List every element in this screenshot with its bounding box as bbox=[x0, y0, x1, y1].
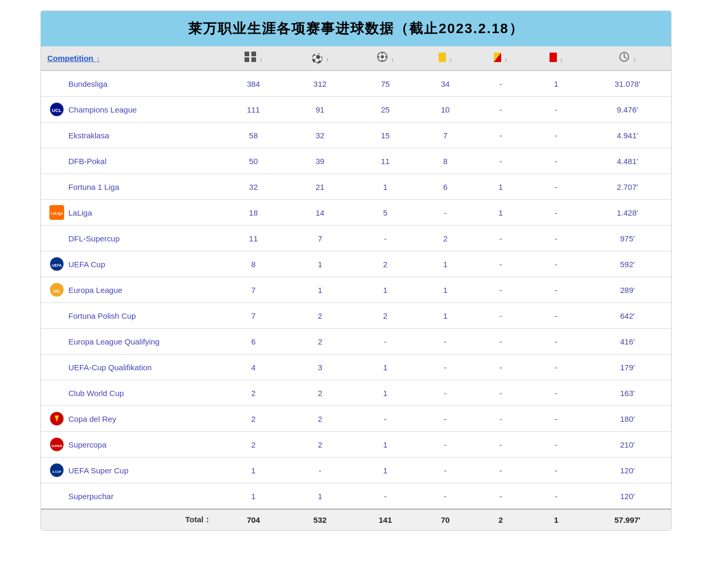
time-sort-icon: ↑ bbox=[633, 57, 636, 63]
apps-icon bbox=[245, 54, 259, 64]
red-cell: - bbox=[528, 380, 584, 406]
competition-label[interactable]: Copa del Rey bbox=[68, 414, 116, 423]
apps-cell: 58 bbox=[220, 123, 287, 148]
competition-label[interactable]: UEFA Cup bbox=[68, 260, 105, 269]
red_yellow-cell: - bbox=[473, 277, 528, 303]
competition-name-cell: UCLChampions League bbox=[41, 97, 220, 123]
competition-label[interactable]: Ekstraklasa bbox=[68, 131, 109, 140]
yellow-cell: - bbox=[418, 458, 473, 483]
competition-icon bbox=[49, 231, 64, 246]
red_yellow-cell: - bbox=[473, 70, 528, 97]
red-cell: - bbox=[528, 406, 584, 432]
assists-header[interactable]: ↑ bbox=[353, 46, 418, 70]
yellow-cell: - bbox=[418, 200, 473, 226]
competition-label[interactable]: UEFA-Cup Qualifikation bbox=[68, 363, 151, 372]
yellow-cell: - bbox=[418, 406, 473, 432]
red-cell: - bbox=[528, 483, 584, 510]
time-cell: 9.476' bbox=[584, 97, 671, 123]
goals-cell: 2 bbox=[287, 406, 353, 432]
svg-rect-2 bbox=[245, 57, 249, 62]
main-container: 莱万职业生涯各项赛事进球数据（截止2023.2.18） Competition … bbox=[40, 11, 672, 531]
competition-icon: UEL bbox=[49, 282, 64, 297]
goals-header[interactable]: ⚽ ↑ bbox=[287, 46, 353, 70]
goals-cell: 2 bbox=[287, 380, 353, 406]
competition-icon bbox=[49, 360, 64, 374]
yellow-header[interactable]: ↑ bbox=[418, 46, 473, 70]
goals-cell: 14 bbox=[287, 200, 353, 226]
competition-label[interactable]: LaLiga bbox=[68, 208, 92, 217]
yellow-cell: - bbox=[418, 354, 473, 380]
competition-label[interactable]: Europa League bbox=[68, 286, 123, 295]
assists-cell: 11 bbox=[353, 148, 418, 174]
assists-cell: 1 bbox=[353, 458, 418, 483]
time-cell: 289' bbox=[584, 277, 671, 303]
svg-text:LaLiga: LaLiga bbox=[51, 211, 63, 216]
table-body: Bundesliga3843127534-131.078'UCLChampion… bbox=[41, 70, 671, 509]
red-yellow-header[interactable]: ↑ bbox=[473, 46, 528, 70]
red-yellow-sort-icon: ↑ bbox=[505, 57, 508, 63]
assists-cell: - bbox=[353, 329, 418, 354]
total-apps: 704 bbox=[220, 509, 287, 530]
competition-icon bbox=[49, 308, 64, 323]
table-row: DFL-Supercup117-2--975' bbox=[41, 226, 671, 251]
competition-label[interactable]: DFB-Pokal bbox=[68, 157, 107, 166]
svg-point-6 bbox=[381, 53, 383, 54]
apps-header[interactable]: ↑ bbox=[220, 46, 287, 70]
svg-rect-1 bbox=[251, 52, 256, 56]
table-header-row: Competition ↑ ↑ ⚽ ↑ bbox=[41, 46, 671, 70]
apps-cell: 111 bbox=[220, 97, 287, 123]
competition-label[interactable]: Europa League Qualifying bbox=[68, 337, 159, 346]
competition-label[interactable]: UEFA Super Cup bbox=[68, 466, 128, 475]
red-cell: - bbox=[528, 329, 584, 354]
competition-label[interactable]: Supercopa bbox=[68, 440, 107, 449]
apps-cell: 8 bbox=[220, 251, 287, 277]
apps-sort-icon: ↑ bbox=[260, 57, 263, 63]
competition-icon bbox=[49, 489, 64, 503]
table-row: UCLChampions League111912510--9.476' bbox=[41, 97, 671, 123]
time-cell: 210' bbox=[584, 432, 671, 458]
assists-cell: - bbox=[353, 226, 418, 251]
competition-label[interactable]: Fortuna Polish Cup bbox=[68, 311, 136, 320]
competition-sort-link[interactable]: Competition ↑ bbox=[47, 54, 99, 63]
table-row: UEFAUEFA Cup8121--592' bbox=[41, 251, 671, 277]
competition-label[interactable]: Superpuchar bbox=[68, 492, 114, 501]
time-cell: 31.078' bbox=[584, 70, 671, 97]
svg-rect-0 bbox=[245, 52, 249, 56]
time-cell: 4.941' bbox=[584, 123, 671, 148]
red_yellow-cell: - bbox=[473, 329, 528, 354]
competition-header[interactable]: Competition ↑ bbox=[41, 46, 220, 70]
competition-label[interactable]: Club World Cup bbox=[68, 389, 124, 398]
goals-cell: 2 bbox=[287, 329, 353, 354]
competition-name-cell: UEFAUEFA Cup bbox=[41, 251, 220, 277]
table-row: Fortuna Polish Cup7221--642' bbox=[41, 303, 671, 329]
red_yellow-cell: - bbox=[473, 354, 528, 380]
yellow-cell: 34 bbox=[418, 70, 473, 97]
competition-label[interactable]: Champions League bbox=[68, 105, 137, 114]
svg-point-5 bbox=[381, 55, 384, 58]
sort-icon: ↑ bbox=[97, 56, 100, 62]
time-cell: 2.707' bbox=[584, 174, 671, 200]
apps-cell: 1 bbox=[220, 483, 287, 510]
time-cell: 416' bbox=[584, 329, 671, 354]
red-cell: - bbox=[528, 97, 584, 123]
competition-label[interactable]: Bundesliga bbox=[68, 79, 107, 88]
apps-cell: 2 bbox=[220, 432, 287, 458]
table-row: Ekstraklasa5832157--4.941' bbox=[41, 123, 671, 148]
assists-cell: 1 bbox=[353, 380, 418, 406]
red-cell: - bbox=[528, 458, 584, 483]
goals-cell: 3 bbox=[287, 354, 353, 380]
competition-label[interactable]: DFL-Supercup bbox=[68, 234, 120, 243]
red-header[interactable]: ↑ bbox=[528, 46, 584, 70]
apps-cell: 1 bbox=[220, 458, 287, 483]
red-cell: - bbox=[528, 432, 584, 458]
apps-cell: 7 bbox=[220, 277, 287, 303]
total-goals: 532 bbox=[287, 509, 353, 530]
red-cell: - bbox=[528, 200, 584, 226]
assists-cell: 2 bbox=[353, 251, 418, 277]
apps-cell: 2 bbox=[220, 380, 287, 406]
competition-label[interactable]: Fortuna 1 Liga bbox=[68, 183, 119, 191]
table-row: S.CUPUEFA Super Cup1-1---120' bbox=[41, 458, 671, 483]
assists-cell: - bbox=[353, 406, 418, 432]
apps-cell: 18 bbox=[220, 200, 287, 226]
time-header[interactable]: ↑ bbox=[584, 46, 671, 70]
